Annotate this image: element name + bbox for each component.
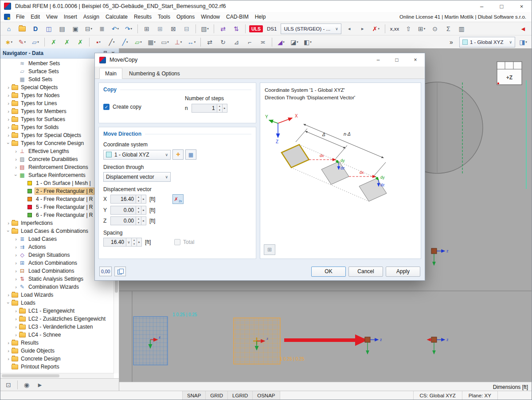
dialog-close-button[interactable]: × <box>406 53 425 67</box>
rendering-button[interactable]: ▧ <box>199 24 211 34</box>
expand-arrow-icon[interactable] <box>13 252 19 258</box>
print-button[interactable]: ⊟ <box>82 24 95 34</box>
tree-item[interactable]: Guide Objects <box>0 347 114 355</box>
menu-item[interactable]: Results <box>131 13 155 21</box>
menu-item[interactable]: Options <box>173 13 198 21</box>
open-file-button[interactable] <box>16 24 28 34</box>
insert-node-button[interactable]: ▪ <box>92 37 105 47</box>
spinner-buttons[interactable] <box>136 216 141 225</box>
result-tables-button[interactable]: ⊞ <box>415 24 428 34</box>
status-toggle[interactable]: LGRID <box>228 391 253 400</box>
table-relations-button[interactable]: ⊟ <box>180 24 193 34</box>
expand-arrow-icon[interactable] <box>6 340 11 345</box>
coordinate-system-select[interactable]: 1 - Global XYZ <box>103 150 171 160</box>
insert-line-button[interactable]: ╱ <box>106 37 118 47</box>
tables-button[interactable]: ⊞ <box>154 24 166 34</box>
menu-item[interactable]: Window <box>198 13 223 21</box>
dialog-tab[interactable]: Numbering & Options <box>123 68 186 79</box>
ok-button[interactable]: OK <box>311 267 346 277</box>
printout-report-button[interactable]: ≣ <box>96 24 108 34</box>
snap-settings-button[interactable]: ∗ <box>3 37 15 47</box>
navigator-display-button[interactable]: ⊡ <box>2 380 15 390</box>
camera-button[interactable]: ► <box>34 380 46 390</box>
expand-arrow-icon[interactable] <box>6 85 11 90</box>
expand-arrow-icon[interactable] <box>13 316 19 322</box>
flyout-button[interactable] <box>141 195 146 204</box>
expand-arrow-icon[interactable] <box>6 109 11 114</box>
insert-member-button[interactable]: ╱ <box>119 37 131 47</box>
menu-item[interactable]: Help <box>252 13 269 21</box>
minimize-button[interactable]: – <box>472 0 492 12</box>
tree-item[interactable]: LC4 - Schnee <box>0 331 114 339</box>
visibility-button[interactable]: ◪ <box>288 37 301 47</box>
menu-item[interactable]: CAD-BIM <box>223 13 252 21</box>
status-work-plane[interactable]: Plane: XY <box>462 391 498 400</box>
next-button[interactable]: ► <box>356 24 369 34</box>
view-cube[interactable]: +Z <box>497 62 522 85</box>
search-button[interactable]: ⊙ <box>429 24 441 34</box>
insert-opening-button[interactable]: ▭ <box>159 37 171 47</box>
move-copy-button[interactable]: ⇄ <box>203 37 216 47</box>
create-copy-checkbox[interactable] <box>103 104 110 110</box>
previous-button[interactable]: ◄ <box>343 24 356 34</box>
clipping-button[interactable]: ◧ <box>301 37 314 47</box>
trim-button[interactable]: ⌐ <box>243 37 256 47</box>
expand-arrow-icon[interactable] <box>6 93 11 98</box>
tree-item[interactable]: LC1 - Eigengewicht <box>0 307 114 315</box>
print-preview-button[interactable]: ▤ <box>56 24 68 34</box>
apply-button[interactable]: Apply <box>386 267 420 277</box>
status-toggle[interactable]: GRID <box>206 391 228 400</box>
close-button[interactable]: × <box>512 0 532 12</box>
import-export-button[interactable]: ⇄ <box>217 24 229 34</box>
expand-arrow-icon[interactable] <box>13 244 19 250</box>
cancel-button[interactable]: Cancel <box>348 267 383 277</box>
expand-arrow-icon[interactable] <box>6 228 11 234</box>
work-plane-button[interactable]: ✎ <box>16 37 28 47</box>
flyout-button[interactable] <box>223 104 227 113</box>
direction-through-select[interactable]: Displacement vector <box>103 172 171 182</box>
mirror-button[interactable]: ⊿ <box>230 37 243 47</box>
expand-arrow-icon[interactable] <box>6 356 11 361</box>
expand-arrow-icon[interactable] <box>13 260 19 266</box>
new-model-button[interactable]: ⌂ <box>3 24 15 34</box>
vector-component-input[interactable] <box>110 216 136 225</box>
expand-arrow-icon[interactable] <box>13 165 19 170</box>
coordinate-system-combo[interactable]: 1 - Global XYZ <box>458 37 516 47</box>
delete-results-button[interactable]: ✗ <box>370 24 382 34</box>
insert-dimension-button[interactable]: ↔ <box>185 37 198 47</box>
surface-grid-orange[interactable]: z <box>234 318 280 364</box>
status-coordinate-system[interactable]: CS: Global XYZ <box>414 391 462 400</box>
cs-node-marker[interactable]: z <box>431 248 449 265</box>
expand-arrow-icon[interactable] <box>13 149 19 154</box>
total-checkbox[interactable] <box>174 239 180 245</box>
expand-arrow-icon[interactable] <box>6 292 11 298</box>
expand-arrow-icon[interactable] <box>6 101 11 106</box>
expand-arrow-icon[interactable] <box>13 173 19 178</box>
decimal-places-button[interactable]: 0,00 <box>99 267 112 276</box>
status-toggle[interactable]: SNAP <box>183 391 206 400</box>
menu-item[interactable]: Assign <box>80 13 102 21</box>
tree-item[interactable]: Load Wizards <box>0 291 114 299</box>
table-filter-button[interactable]: ⊠ <box>167 24 180 34</box>
expand-arrow-icon[interactable] <box>13 284 19 290</box>
menu-item[interactable]: Edit <box>27 13 43 21</box>
tree-item[interactable]: Loads <box>0 299 114 307</box>
maximize-button[interactable]: □ <box>492 0 512 12</box>
expand-arrow-icon[interactable] <box>6 220 11 226</box>
menu-item[interactable]: Calculate <box>102 13 131 21</box>
expand-arrow-icon[interactable] <box>6 125 11 130</box>
save-button[interactable]: ▣ <box>69 24 82 34</box>
dialog-titlebar[interactable]: Move/Copy – □ × <box>95 53 425 67</box>
insert-support-button[interactable]: ⊥ <box>172 37 184 47</box>
spinner-buttons[interactable] <box>217 104 223 113</box>
new-table-button[interactable]: ⊞ <box>141 24 153 34</box>
design-situation-label[interactable]: DS1 <box>265 24 279 34</box>
expand-arrow-icon[interactable] <box>13 157 19 162</box>
tree-item[interactable]: LC3 - Veränderliche Lasten <box>0 323 114 331</box>
insert-surface-button[interactable]: ▱ <box>132 37 145 47</box>
flyout-button[interactable] <box>141 206 146 215</box>
expand-arrow-icon[interactable] <box>6 133 11 138</box>
grid-snap-toggle[interactable]: ✗ <box>61 37 73 47</box>
chevron-down-icon[interactable] <box>126 238 132 247</box>
expand-arrow-icon[interactable] <box>13 268 19 274</box>
